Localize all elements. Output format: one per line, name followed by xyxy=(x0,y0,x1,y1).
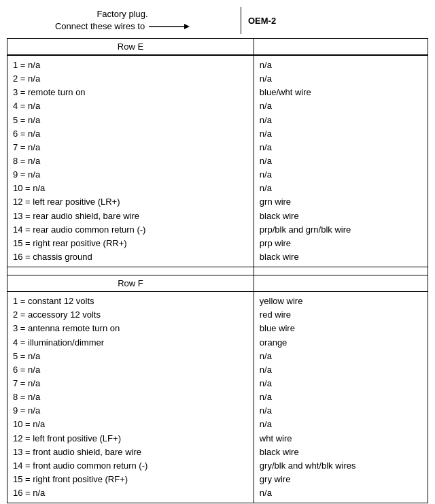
list-item: 12 = left rear positive (LR+) xyxy=(13,195,248,209)
row-f-right-header xyxy=(254,275,428,292)
row-e-right-header xyxy=(254,39,428,56)
row-e-right-col: n/an/ablue/wht wiren/an/an/an/an/an/an/a… xyxy=(254,55,428,267)
header: Factory plug. Connect these wires to OEM… xyxy=(7,7,428,34)
list-item: 7 = n/a xyxy=(13,141,248,154)
factory-plug-line1: Factory plug. xyxy=(7,8,238,20)
list-item: n/a xyxy=(260,404,422,418)
list-item: prp/blk and grn/blk wire xyxy=(260,223,422,237)
list-item: 3 = remote turn on xyxy=(13,86,248,99)
list-item: n/a xyxy=(260,390,422,404)
list-item: 2 = accessory 12 volts xyxy=(13,308,248,322)
list-item: n/a xyxy=(260,114,422,127)
row-f-right-items: yellow wirered wireblue wireorangen/an/a… xyxy=(260,295,422,500)
list-item: 8 = n/a xyxy=(13,154,248,168)
list-item: yellow wire xyxy=(260,295,422,308)
spacer-right xyxy=(254,267,428,275)
list-item: 16 = n/a xyxy=(13,486,248,500)
list-item: n/a xyxy=(260,418,422,431)
row-f-left-col: 1 = constant 12 volts2 = accessory 12 vo… xyxy=(7,292,254,503)
list-item: 8 = n/a xyxy=(13,390,248,404)
list-item: n/a xyxy=(260,58,422,72)
list-item: gry/blk and wht/blk wires xyxy=(260,459,422,473)
row-e-left-items: 1 = n/a2 = n/a3 = remote turn on4 = n/a5… xyxy=(13,58,248,264)
header-left: Factory plug. Connect these wires to xyxy=(7,8,238,33)
list-item: 15 = right front positive (RF+) xyxy=(13,473,248,486)
header-oem-label: OEM-2 xyxy=(241,16,404,26)
list-item: gry wire xyxy=(260,473,422,486)
main-table: Row E 1 = n/a2 = n/a3 = remote turn on4 … xyxy=(7,38,428,503)
list-item: 9 = n/a xyxy=(13,404,248,418)
list-item: 4 = n/a xyxy=(13,99,248,113)
section-spacer xyxy=(7,267,428,275)
list-item: 9 = n/a xyxy=(13,168,248,182)
list-item: n/a xyxy=(260,486,422,500)
list-item: 4 = illumination/dimmer xyxy=(13,336,248,350)
list-item: orange xyxy=(260,336,422,350)
arrow-icon xyxy=(149,21,190,32)
list-item: wht wire xyxy=(260,432,422,446)
row-f-right-col: yellow wirered wireblue wireorangen/an/a… xyxy=(254,292,428,503)
factory-plug-line2: Connect these wires to xyxy=(55,20,145,33)
list-item: n/a xyxy=(260,168,422,182)
list-item: black wire xyxy=(260,250,422,264)
list-item: n/a xyxy=(260,127,422,141)
row-e-section-label: Row E xyxy=(7,39,254,56)
list-item: n/a xyxy=(260,182,422,195)
row-e-header: Row E xyxy=(7,39,428,56)
svg-marker-1 xyxy=(184,24,190,29)
list-item: n/a xyxy=(260,154,422,168)
row-f-left-items: 1 = constant 12 volts2 = accessory 12 vo… xyxy=(13,295,248,500)
list-item: grn wire xyxy=(260,195,422,209)
page: Factory plug. Connect these wires to OEM… xyxy=(0,0,435,504)
list-item: 14 = front audio common return (-) xyxy=(13,459,248,473)
list-item: n/a xyxy=(260,72,422,86)
row-f-header: Row F xyxy=(7,275,428,292)
list-item: 5 = n/a xyxy=(13,350,248,363)
list-item: 15 = right rear positive (RR+) xyxy=(13,237,248,250)
row-e-right-items: n/an/ablue/wht wiren/an/an/an/an/an/an/a… xyxy=(260,58,422,264)
list-item: 1 = n/a xyxy=(13,58,248,72)
list-item: blue/wht wire xyxy=(260,86,422,99)
row-f-content: 1 = constant 12 volts2 = accessory 12 vo… xyxy=(7,292,428,503)
list-item: n/a xyxy=(260,350,422,363)
list-item: 13 = rear audio shield, bare wire xyxy=(13,209,248,223)
list-item: n/a xyxy=(260,377,422,390)
list-item: 3 = antenna remote turn on xyxy=(13,322,248,335)
list-item: black wire xyxy=(260,446,422,459)
row-f-section-label: Row F xyxy=(7,275,254,292)
list-item: prp wire xyxy=(260,237,422,250)
list-item: 12 = left front positive (LF+) xyxy=(13,432,248,446)
list-item: 16 = chassis ground xyxy=(13,250,248,264)
row-e-content: 1 = n/a2 = n/a3 = remote turn on4 = n/a5… xyxy=(7,55,428,267)
list-item: 10 = n/a xyxy=(13,418,248,431)
list-item: n/a xyxy=(260,99,422,113)
list-item: 6 = n/a xyxy=(13,127,248,141)
list-item: 2 = n/a xyxy=(13,72,248,86)
list-item: 5 = n/a xyxy=(13,114,248,127)
list-item: blue wire xyxy=(260,322,422,335)
list-item: 7 = n/a xyxy=(13,377,248,390)
list-item: n/a xyxy=(260,141,422,154)
list-item: 1 = constant 12 volts xyxy=(13,295,248,308)
list-item: 10 = n/a xyxy=(13,182,248,195)
list-item: 13 = front audio shield, bare wire xyxy=(13,446,248,459)
list-item: n/a xyxy=(260,363,422,377)
list-item: red wire xyxy=(260,308,422,322)
list-item: black wire xyxy=(260,209,422,223)
spacer-left xyxy=(7,267,254,275)
row-e-left-col: 1 = n/a2 = n/a3 = remote turn on4 = n/a5… xyxy=(7,55,254,267)
list-item: 6 = n/a xyxy=(13,363,248,377)
list-item: 14 = rear audio common return (-) xyxy=(13,223,248,237)
